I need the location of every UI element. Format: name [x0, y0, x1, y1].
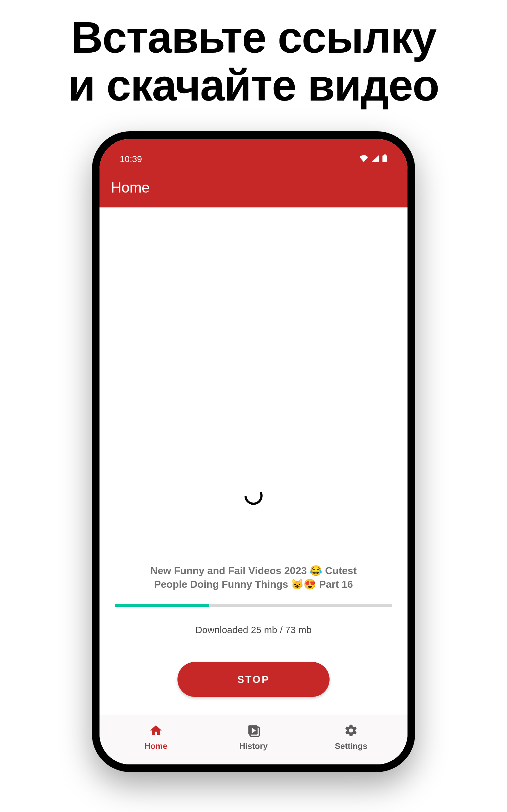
phone-screen: 10:39 Home: [100, 139, 407, 764]
app-bar: Home: [100, 168, 407, 207]
svg-rect-0: [384, 154, 386, 155]
gear-icon: [344, 723, 358, 739]
top-bar: 10:39 Home: [100, 139, 407, 207]
nav-label-home: Home: [145, 741, 167, 751]
status-icons: [359, 154, 387, 164]
app-bar-title: Home: [111, 179, 396, 196]
download-status-text: Downloaded 25 mb / 73 mb: [195, 624, 312, 635]
signal-icon: [372, 154, 379, 164]
nav-item-home[interactable]: Home: [107, 723, 205, 751]
bottom-nav: Home History Set: [100, 715, 407, 764]
wifi-icon: [359, 154, 368, 164]
video-title: New Funny and Fail Videos 2023 😂 Cutest …: [139, 564, 368, 591]
headline-line1: Вставьте ссылку: [0, 13, 507, 61]
nav-item-history[interactable]: History: [205, 723, 302, 751]
svg-rect-1: [383, 155, 387, 162]
promo-headline: Вставьте ссылку и скачайте видео: [0, 0, 507, 109]
home-icon: [149, 723, 163, 739]
loading-spinner-icon: [242, 485, 265, 507]
battery-icon: [382, 154, 387, 164]
status-bar: 10:39: [100, 150, 407, 168]
history-icon: [246, 723, 261, 739]
progress-fill: [115, 604, 209, 607]
nav-label-history: History: [239, 741, 268, 751]
nav-label-settings: Settings: [335, 741, 368, 751]
status-time: 10:39: [120, 154, 142, 164]
main-content: New Funny and Fail Videos 2023 😂 Cutest …: [100, 207, 407, 715]
progress-bar: [115, 604, 392, 607]
headline-line2: и скачайте видео: [0, 61, 507, 109]
phone-frame: 10:39 Home: [92, 131, 415, 772]
nav-item-settings[interactable]: Settings: [302, 723, 400, 751]
stop-button[interactable]: STOP: [177, 662, 330, 697]
svg-point-2: [243, 486, 264, 506]
